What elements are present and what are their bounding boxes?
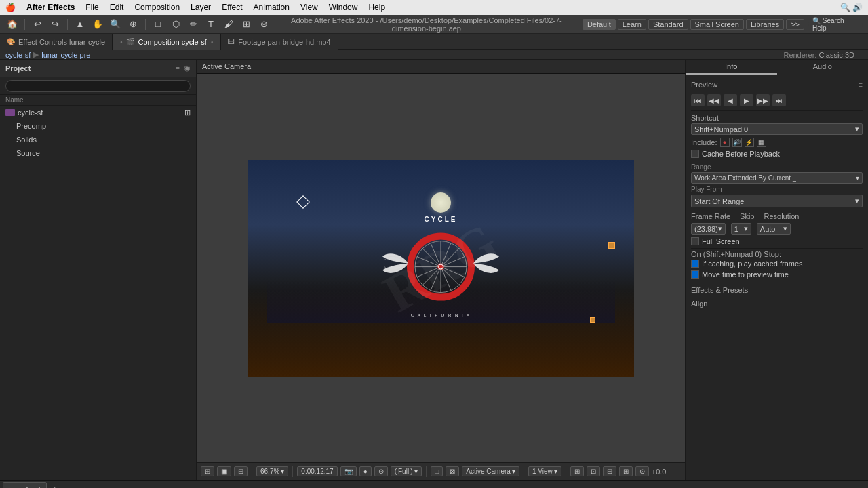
selection-tool[interactable]: ▲: [73, 18, 87, 31]
workspace-default[interactable]: Default: [583, 19, 616, 30]
hand-tool[interactable]: ✋: [91, 18, 104, 31]
brush-tool[interactable]: 🖌: [222, 18, 235, 31]
camera-view-display[interactable]: Active Camera ▾: [462, 466, 519, 476]
resolution-dropdown[interactable]: Auto ▾: [757, 223, 791, 235]
view-menu[interactable]: View: [300, 3, 318, 12]
include-icon-4[interactable]: ▦: [757, 138, 766, 147]
clone-tool[interactable]: ⊞: [239, 18, 253, 31]
breadcrumb-item-1[interactable]: cycle-sf: [5, 51, 31, 59]
project-item-cycle-sf[interactable]: cycle-sf ⊞: [0, 106, 196, 119]
more-button-2[interactable]: ⊡: [587, 466, 600, 476]
range-dropdown[interactable]: Work Area Extended By Current _ ▾: [691, 172, 863, 184]
anchor-point-1[interactable]: [296, 195, 310, 209]
breadcrumb-item-2[interactable]: lunar-cycle pre: [41, 51, 90, 59]
project-panel-menu[interactable]: ≡: [176, 64, 180, 73]
fr-value-dropdown[interactable]: (23.98) ▾: [691, 223, 726, 235]
composition-menu[interactable]: Composition: [134, 3, 180, 12]
cache-checkbox[interactable]: [691, 150, 699, 158]
shortcut-value: Shift+Numpad 0: [694, 125, 748, 134]
tl-tab-cycle-sf[interactable]: × cycle-sf: [3, 482, 47, 489]
first-frame-button[interactable]: ⏮: [691, 94, 705, 106]
viewport[interactable]: CYCLE C A L I F O R N I A RRG: [197, 74, 685, 462]
effects-presets-link[interactable]: Effects & Presets: [686, 283, 868, 297]
pixel-aspect[interactable]: ⊠: [446, 466, 459, 476]
project-icon-1[interactable]: ◉: [184, 64, 191, 73]
undo-button[interactable]: ↩: [31, 18, 44, 31]
workspace-more[interactable]: >>: [786, 19, 804, 30]
anchor-point-3[interactable]: [590, 317, 595, 323]
view-count-display[interactable]: 1 View ▾: [528, 466, 561, 476]
preview-menu-icon[interactable]: ≡: [859, 81, 863, 89]
project-item-source[interactable]: Source: [0, 146, 196, 160]
app-name-menu[interactable]: After Effects: [26, 3, 75, 12]
apple-menu[interactable]: 🍎: [5, 3, 16, 12]
window-menu[interactable]: Window: [329, 3, 358, 12]
tl-tab-close[interactable]: ×: [9, 486, 12, 489]
toggle-grid[interactable]: ⊟: [603, 466, 616, 476]
anchor-point-2[interactable]: [608, 242, 615, 249]
tl-tab-lunar-cycle[interactable]: lunar-cycle pre: [48, 482, 109, 489]
more-button-1[interactable]: ⊞: [570, 466, 584, 476]
include-icon-2[interactable]: 🔊: [732, 138, 742, 147]
home-button[interactable]: 🏠: [5, 18, 19, 31]
align-link[interactable]: Align: [686, 297, 868, 310]
tab-comp-close[interactable]: ×: [210, 39, 214, 45]
prev-frame-button[interactable]: ◀◀: [707, 94, 721, 106]
mask-tool[interactable]: ⬡: [169, 18, 182, 31]
workspace-libraries[interactable]: Libraries: [746, 19, 784, 30]
project-search-input[interactable]: [5, 80, 191, 92]
tab-effect-controls[interactable]: 🎨 Effect Controls lunar-cycle: [0, 34, 113, 50]
search-help[interactable]: 🔍 Search Help: [808, 18, 863, 31]
region-button[interactable]: ⊟: [234, 466, 248, 476]
layer-menu[interactable]: Layer: [191, 3, 211, 12]
camera-tool[interactable]: ⊕: [126, 18, 140, 31]
audio-tab[interactable]: Audio: [777, 60, 869, 75]
transparency-button[interactable]: ▣: [217, 466, 231, 476]
play-fwd-button[interactable]: ▶▶: [756, 94, 770, 106]
grid-button[interactable]: ⊞: [201, 466, 214, 476]
shape-tool[interactable]: □: [151, 18, 165, 31]
redo-button[interactable]: ↪: [48, 18, 62, 31]
zoom-tool[interactable]: 🔍: [108, 18, 122, 31]
include-icon-1[interactable]: ●: [720, 138, 730, 147]
animation-menu[interactable]: Animation: [254, 3, 290, 12]
puppet-tool[interactable]: ⊛: [257, 18, 271, 31]
workspace-small-screen[interactable]: Small Screen: [690, 19, 744, 30]
play-from-section: Play From Start Of Range ▾: [691, 185, 863, 207]
include-icon-3[interactable]: ⚡: [745, 138, 754, 147]
skip-value-dropdown[interactable]: 1 ▾: [731, 223, 751, 235]
workspace-standard[interactable]: Standard: [648, 19, 688, 30]
glow-toggle[interactable]: ⊙: [635, 466, 649, 476]
file-menu[interactable]: File: [85, 3, 98, 12]
shortcut-dropdown[interactable]: Shift+Numpad 0 ▾: [691, 123, 863, 135]
record-button[interactable]: ●: [359, 466, 372, 476]
tab-footage[interactable]: 🎞 Footage pan-bridge-hd.mp4: [221, 34, 338, 50]
project-item-precomp[interactable]: Precomp: [0, 119, 196, 133]
play-rev-button[interactable]: ◀: [724, 94, 737, 106]
zoom-display[interactable]: 66.7% ▾: [256, 466, 288, 476]
cache-frames-label: If caching, play cached frames: [702, 260, 803, 268]
cache-frames-checkbox[interactable]: [691, 260, 699, 268]
3d-toggle[interactable]: ⊞: [619, 466, 633, 476]
pen-tool[interactable]: ✏: [186, 18, 200, 31]
edit-menu[interactable]: Edit: [110, 3, 124, 12]
help-menu[interactable]: Help: [368, 3, 385, 12]
play-from-dropdown[interactable]: Start Of Range ▾: [691, 195, 863, 207]
camera-icon[interactable]: 📷: [340, 466, 357, 476]
tab-close[interactable]: ×: [119, 39, 123, 45]
quality-display[interactable]: (Full) ▾: [391, 466, 422, 476]
timeline-panel: × cycle-sf lunar-cycle pre 0:00:12:17 23…: [0, 480, 868, 488]
move-time-checkbox[interactable]: [691, 270, 699, 279]
timecode-display[interactable]: 0:00:12:17: [297, 466, 337, 476]
text-tool[interactable]: T: [204, 18, 218, 31]
project-item-solids[interactable]: Solids: [0, 133, 196, 146]
info-tab[interactable]: Info: [686, 60, 777, 75]
motion-blur[interactable]: ⊙: [374, 466, 388, 476]
workspace-learn[interactable]: Learn: [618, 19, 646, 30]
fullscreen-checkbox[interactable]: [691, 237, 699, 245]
tab-composition[interactable]: × 🎬 Composition cycle-sf ×: [113, 34, 221, 50]
effect-menu[interactable]: Effect: [222, 3, 242, 12]
play-button[interactable]: ▶: [740, 94, 753, 106]
last-frame-button[interactable]: ⏭: [772, 94, 786, 106]
transparency-toggle[interactable]: □: [431, 466, 443, 476]
